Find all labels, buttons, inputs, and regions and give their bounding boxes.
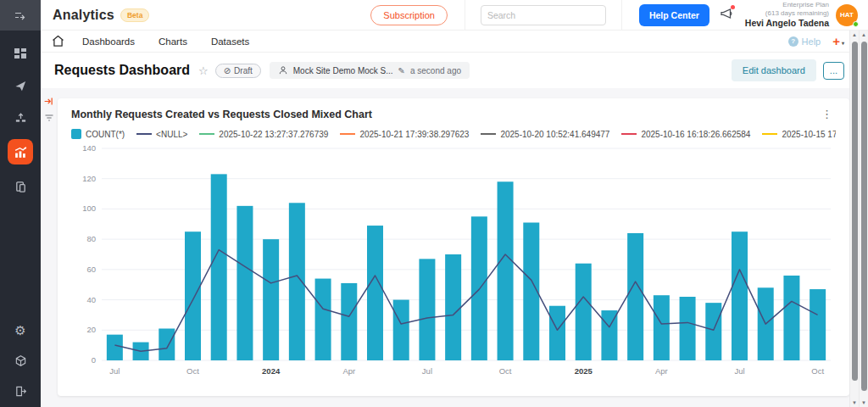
bar[interactable] [107, 335, 123, 360]
page-scrollbar[interactable]: ▲ ▼ [859, 31, 868, 407]
subscription-button[interactable]: Subscription [370, 5, 448, 25]
sidebar-item-workflow[interactable] [11, 108, 30, 126]
sidebar-item-logout[interactable] [11, 382, 30, 400]
sidebar-item-settings[interactable]: ⚙ [11, 321, 30, 339]
scroll-down-icon[interactable]: ▼ [850, 400, 859, 405]
bar[interactable] [159, 329, 175, 361]
help-label: Help [802, 36, 821, 47]
nav-item-datasets[interactable]: Datasets [211, 36, 249, 47]
scroll-up-icon[interactable]: ▲ [860, 32, 868, 37]
x-axis-label: 2025 [575, 366, 593, 376]
edit-dashboard-button[interactable]: Edit dashboard [732, 59, 816, 81]
legend-label: 2025-10-21 17:39:38.297623 [359, 130, 469, 139]
owner-label: Mock Site Demo Mock S... [293, 66, 393, 75]
nav-item-charts[interactable]: Charts [159, 36, 187, 47]
legend-label: 2025-10-16 16:18:26.662584 [641, 130, 750, 139]
scrollbar-thumb[interactable] [861, 42, 867, 391]
legend-swatch-line [136, 133, 152, 135]
grid-icon [14, 47, 27, 61]
collapse-arrow-icon [14, 8, 27, 22]
x-axis-label: Jul [109, 366, 120, 376]
bar[interactable] [393, 300, 409, 360]
sidebar-item-send[interactable] [11, 76, 30, 95]
expand-filter-bar-button[interactable] [43, 95, 54, 110]
bar[interactable] [236, 206, 253, 360]
scroll-up-icon[interactable]: ▲ [850, 32, 859, 37]
legend-item[interactable]: 2025-10-15 17:35:56.987166 [762, 130, 836, 139]
legend-swatch-line [621, 133, 637, 135]
legend-item[interactable]: COUNT(*) [71, 129, 125, 139]
bar[interactable] [185, 231, 201, 360]
online-status-dot [853, 21, 859, 27]
bar[interactable] [498, 181, 514, 360]
caret-down-icon: ▾ [842, 40, 844, 48]
bar[interactable] [289, 203, 305, 360]
y-axis-label: 80 [86, 234, 96, 243]
legend-item[interactable]: 2025-10-22 13:27:37.276739 [199, 130, 328, 139]
bar[interactable] [315, 279, 331, 360]
bar[interactable] [445, 254, 461, 360]
filter-icon [44, 113, 54, 123]
sidebar-item-reports[interactable] [11, 177, 30, 196]
legend-swatch-square [71, 129, 81, 139]
legend-label: <NULL> [156, 130, 187, 139]
search-input-box[interactable] [481, 5, 606, 25]
legend-item[interactable]: 2025-10-16 16:18:26.662584 [621, 130, 750, 139]
x-axis-label: Apr [342, 366, 355, 376]
beta-badge: Beta [120, 8, 149, 22]
nav-items: DashboardsChartsDatasets [82, 36, 249, 47]
legend-item[interactable]: 2025-10-21 17:39:38.297623 [340, 130, 469, 139]
plan-name: Enterprise Plan [745, 1, 829, 9]
legend-swatch-line [340, 133, 355, 135]
nav-item-dashboards[interactable]: Dashboards [82, 36, 135, 47]
clipboard-icon [14, 181, 27, 193]
x-axis-label: Jul [734, 366, 744, 376]
bar[interactable] [654, 295, 670, 360]
scrollbar-thumb[interactable] [852, 42, 858, 381]
app-title: Analytics [53, 8, 114, 23]
bar[interactable] [576, 264, 592, 360]
scroll-down-icon[interactable]: ▼ [860, 400, 868, 405]
legend-items: COUNT(*)<NULL>2025-10-22 13:27:37.276739… [71, 129, 836, 139]
sidebar-item-dashboards[interactable] [11, 45, 30, 64]
legend-swatch-line [481, 133, 496, 135]
dashboard-scrollbar[interactable]: ▲ ▼ [849, 31, 859, 407]
sidebar-item-packages[interactable] [11, 351, 30, 370]
more-options-button[interactable]: ... [823, 62, 844, 80]
filter-bar-button[interactable] [44, 111, 54, 126]
status-badge[interactable]: ⊘ Draft [215, 64, 261, 78]
legend-item[interactable]: <NULL> [136, 130, 187, 139]
bar[interactable] [549, 306, 565, 360]
bar[interactable] [627, 233, 643, 360]
person-icon [278, 65, 288, 75]
bar[interactable] [263, 239, 279, 360]
help-link[interactable]: ? Help [788, 36, 821, 47]
chart-kebab-menu[interactable]: ⋮ [818, 109, 836, 120]
home-button[interactable] [51, 34, 65, 48]
bar[interactable] [810, 289, 826, 360]
bar[interactable] [680, 297, 696, 360]
main-nav: DashboardsChartsDatasets ? Help + ▾ [41, 31, 868, 53]
last-modified: a second ago [410, 66, 461, 75]
favorite-star-icon[interactable]: ☆ [198, 64, 209, 77]
plan-info: Enterprise Plan (613 days remaining) Hev… [745, 1, 829, 29]
user-avatar[interactable]: HAT [836, 4, 858, 26]
bar[interactable] [783, 276, 799, 360]
x-axis-label: Oct [499, 366, 512, 376]
bar[interactable] [419, 259, 435, 360]
dashboard-meta[interactable]: Mock Site Demo Mock S... ✎ a second ago [270, 62, 470, 79]
bar[interactable] [367, 226, 383, 360]
new-item-button[interactable]: + ▾ [832, 34, 844, 48]
bar[interactable] [732, 231, 748, 360]
announcements-button[interactable] [720, 7, 733, 24]
sidebar-collapse-button[interactable] [0, 0, 41, 31]
legend-item[interactable]: 2025-10-20 10:52:41.649477 [481, 130, 609, 139]
pencil-icon: ✎ [398, 66, 405, 75]
sidebar-item-analytics-active[interactable] [8, 139, 33, 164]
bar[interactable] [341, 283, 357, 360]
bar[interactable] [211, 174, 227, 360]
search-input[interactable] [487, 10, 602, 20]
y-axis-label: 120 [82, 174, 96, 183]
help-center-button[interactable]: Help Center [639, 4, 709, 26]
bar[interactable] [705, 303, 721, 360]
